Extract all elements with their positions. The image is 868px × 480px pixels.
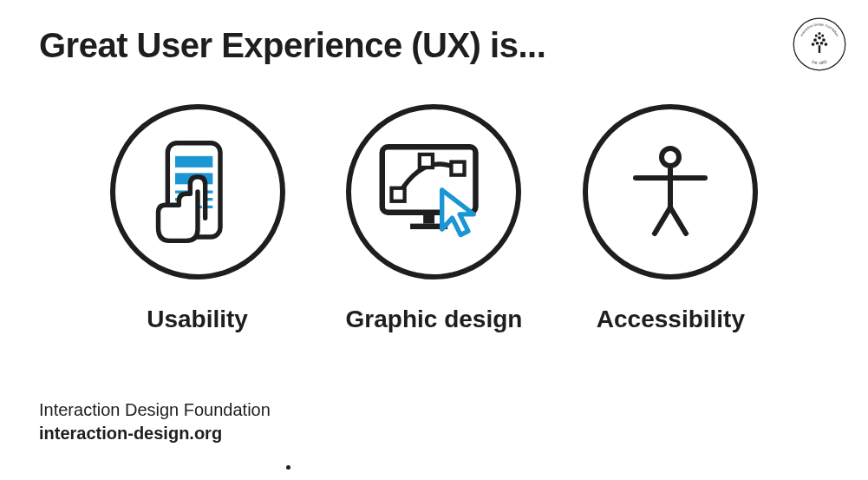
slide-title: Great User Experience (UX) is... <box>39 26 545 65</box>
svg-text:Est. 2002: Est. 2002 <box>812 59 828 65</box>
item-label: Usability <box>147 306 248 333</box>
item-label: Accessibility <box>597 306 745 333</box>
svg-point-5 <box>813 38 817 42</box>
idf-logo: Interaction Design Foundation Est. 2002 <box>793 17 846 71</box>
item-accessibility: Accessibility <box>583 104 758 333</box>
svg-point-11 <box>818 32 820 35</box>
svg-line-30 <box>670 207 686 233</box>
svg-rect-21 <box>424 213 435 224</box>
item-usability: Usability <box>110 104 285 333</box>
svg-point-6 <box>822 38 826 42</box>
svg-point-12 <box>815 35 818 37</box>
attribution: Interaction Design Foundation interactio… <box>39 398 271 445</box>
item-graphic-design: Graphic design <box>346 104 523 333</box>
svg-point-8 <box>825 43 828 46</box>
svg-point-4 <box>818 36 821 40</box>
org-name: Interaction Design Foundation <box>39 398 271 422</box>
accessibility-icon <box>583 104 758 279</box>
svg-point-26 <box>662 148 679 166</box>
svg-rect-24 <box>420 155 433 168</box>
usability-icon <box>110 104 285 279</box>
svg-text:Interaction Design Foundation: Interaction Design Foundation <box>799 23 839 36</box>
decorative-dot <box>286 465 290 470</box>
org-url: interaction-design.org <box>39 422 271 445</box>
items-row: Usability Graphic design <box>0 104 868 333</box>
svg-point-7 <box>812 43 815 46</box>
graphic-design-icon <box>346 104 521 279</box>
svg-rect-3 <box>819 45 820 53</box>
svg-rect-25 <box>452 162 465 175</box>
svg-point-9 <box>816 42 819 45</box>
svg-line-29 <box>655 207 670 233</box>
svg-rect-15 <box>175 156 212 168</box>
svg-rect-23 <box>392 188 405 201</box>
svg-point-13 <box>821 35 824 37</box>
svg-point-10 <box>820 42 824 45</box>
item-label: Graphic design <box>346 306 523 333</box>
